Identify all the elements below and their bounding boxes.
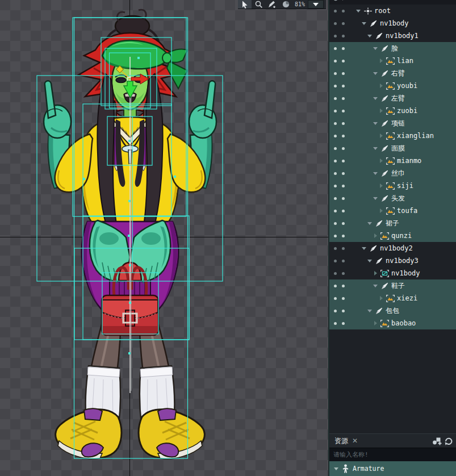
tree-row-bone-siji[interactable]: 丝巾 bbox=[329, 167, 456, 179]
lock-dot-icon[interactable] bbox=[342, 10, 345, 12]
visibility-dot-icon[interactable] bbox=[334, 210, 337, 212]
expander-down-icon[interactable] bbox=[334, 467, 338, 470]
visibility-dot-icon[interactable] bbox=[334, 97, 337, 100]
lock-dot-icon[interactable] bbox=[342, 185, 345, 187]
close-icon[interactable]: ✕ bbox=[352, 437, 358, 444]
visibility-dot-icon[interactable] bbox=[334, 147, 337, 150]
add-resource-icon[interactable] bbox=[432, 437, 442, 445]
visibility-dot-icon[interactable] bbox=[334, 172, 337, 175]
expander-right-icon[interactable] bbox=[373, 320, 378, 326]
expander-down-icon[interactable] bbox=[367, 33, 373, 39]
visibility-dot-icon[interactable] bbox=[334, 222, 337, 225]
lock-dot-icon[interactable] bbox=[342, 35, 345, 37]
expander-right-icon[interactable] bbox=[378, 108, 384, 114]
lock-dot-icon[interactable] bbox=[342, 222, 345, 225]
hierarchy-panel-header[interactable]: Armature bbox=[329, 0, 456, 5]
lock-dot-icon[interactable] bbox=[342, 47, 345, 50]
expander-right-icon[interactable] bbox=[378, 83, 384, 89]
tree-row-bone-lian[interactable]: 脸 bbox=[329, 42, 456, 55]
tree-row-slot-lian[interactable]: lian bbox=[329, 55, 456, 67]
visibility-dot-icon[interactable] bbox=[334, 310, 337, 312]
lock-dot-icon[interactable] bbox=[342, 97, 345, 100]
expander-down-icon[interactable] bbox=[373, 70, 378, 76]
expander-down-icon[interactable] bbox=[361, 245, 367, 251]
visibility-dot-icon[interactable] bbox=[334, 10, 337, 12]
tree-row-bone-xianglian[interactable]: 项链 bbox=[329, 117, 456, 130]
tab-resources[interactable]: 资源 ✕ bbox=[329, 434, 363, 448]
lock-dot-icon[interactable] bbox=[342, 160, 345, 162]
tree-row-slot-mianmo[interactable]: mianmo bbox=[329, 155, 456, 167]
expander-right-icon[interactable] bbox=[378, 133, 384, 139]
visibility-dot-icon[interactable] bbox=[334, 85, 337, 87]
tree-row-bone-baobao[interactable]: 包包 bbox=[329, 304, 456, 317]
expander-right-icon[interactable] bbox=[378, 183, 384, 189]
expander-right-icon[interactable] bbox=[373, 233, 378, 239]
lock-dot-icon[interactable] bbox=[342, 147, 345, 150]
expander-down-icon[interactable] bbox=[367, 220, 373, 226]
tree-row-slot-youbi[interactable]: youbi bbox=[329, 80, 456, 92]
canvas-viewport[interactable]: 81% bbox=[0, 0, 328, 476]
expander-down-icon[interactable] bbox=[361, 20, 367, 26]
create-tool-button[interactable] bbox=[265, 0, 279, 9]
visibility-dot-icon[interactable] bbox=[334, 72, 337, 75]
lock-dot-icon[interactable] bbox=[342, 122, 345, 125]
tree-row-bone-nv1body2[interactable]: nv1body2 bbox=[329, 242, 456, 254]
lock-dot-icon[interactable] bbox=[342, 60, 345, 62]
zoom-tool-button[interactable] bbox=[252, 0, 265, 9]
visibility-dot-icon[interactable] bbox=[334, 235, 337, 237]
lock-dot-icon[interactable] bbox=[342, 235, 345, 237]
tree-row-bone-xiezi[interactable]: 鞋子 bbox=[329, 279, 456, 292]
visibility-dot-icon[interactable] bbox=[334, 47, 337, 50]
expander-down-icon[interactable] bbox=[367, 258, 373, 264]
visibility-dot-icon[interactable] bbox=[334, 297, 337, 300]
tree-row-bone-mianmo[interactable]: 面膜 bbox=[329, 142, 456, 155]
lock-dot-icon[interactable] bbox=[342, 210, 345, 212]
visibility-dot-icon[interactable] bbox=[334, 185, 337, 187]
visibility-dot-icon[interactable] bbox=[334, 35, 337, 37]
expander-right-icon[interactable] bbox=[378, 295, 384, 301]
visibility-dot-icon[interactable] bbox=[334, 285, 337, 287]
expander-down-icon[interactable] bbox=[373, 170, 378, 176]
visibility-dot-icon[interactable] bbox=[334, 22, 337, 25]
tree-row-mesh-nv1body[interactable]: nv1body bbox=[329, 267, 456, 279]
tree-row-slot-xiezi[interactable]: xiezi bbox=[329, 292, 456, 304]
visibility-dot-icon[interactable] bbox=[334, 247, 337, 250]
tree-row-slot-toufa[interactable]: toufa bbox=[329, 204, 456, 217]
tree-row-bone-nv1body[interactable]: nv1body bbox=[329, 17, 456, 30]
expander-down-icon[interactable] bbox=[373, 283, 378, 289]
lock-dot-icon[interactable] bbox=[342, 110, 345, 112]
lock-dot-icon[interactable] bbox=[342, 22, 345, 25]
lock-dot-icon[interactable] bbox=[342, 285, 345, 287]
resource-item-armature[interactable]: Armature bbox=[329, 461, 456, 476]
expander-right-icon[interactable] bbox=[378, 158, 384, 164]
tree-row-bone-zuobi[interactable]: 左臂 bbox=[329, 92, 456, 105]
lock-dot-icon[interactable] bbox=[342, 197, 345, 200]
lock-dot-icon[interactable] bbox=[342, 297, 345, 300]
expander-right-icon[interactable] bbox=[378, 208, 384, 214]
lock-dot-icon[interactable] bbox=[342, 247, 345, 250]
tree-row-slot-xianglian[interactable]: xianglian bbox=[329, 130, 456, 142]
lock-dot-icon[interactable] bbox=[342, 135, 345, 137]
tree-row-bone-nv1body3[interactable]: nv1body3 bbox=[329, 254, 456, 267]
visibility-dot-icon[interactable] bbox=[334, 60, 337, 62]
visibility-dot-icon[interactable] bbox=[334, 322, 337, 325]
lock-dot-icon[interactable] bbox=[342, 260, 345, 262]
lock-dot-icon[interactable] bbox=[342, 72, 345, 75]
expander-down-icon[interactable] bbox=[367, 308, 373, 314]
tree-row-bone-toufa[interactable]: 头发 bbox=[329, 192, 456, 204]
visibility-dot-icon[interactable] bbox=[334, 135, 337, 137]
tree-row-bone-nv1body1[interactable]: nv1body1 bbox=[329, 30, 456, 42]
zoom-dropdown-button[interactable] bbox=[308, 0, 324, 9]
lock-dot-icon[interactable] bbox=[342, 85, 345, 87]
lock-dot-icon[interactable] bbox=[342, 172, 345, 175]
expander-right-icon[interactable] bbox=[378, 58, 384, 64]
tree-row-slot-qunzi[interactable]: qunzi bbox=[329, 229, 456, 242]
lock-dot-icon[interactable] bbox=[342, 310, 345, 312]
display-mode-button[interactable] bbox=[279, 0, 292, 9]
visibility-dot-icon[interactable] bbox=[334, 110, 337, 112]
expander-down-icon[interactable] bbox=[355, 8, 361, 14]
expander-right-icon[interactable] bbox=[373, 270, 378, 276]
expander-down-icon[interactable] bbox=[373, 120, 378, 126]
tree-row-bone-root[interactable]: root bbox=[329, 5, 456, 17]
expander-down-icon[interactable] bbox=[373, 95, 378, 101]
